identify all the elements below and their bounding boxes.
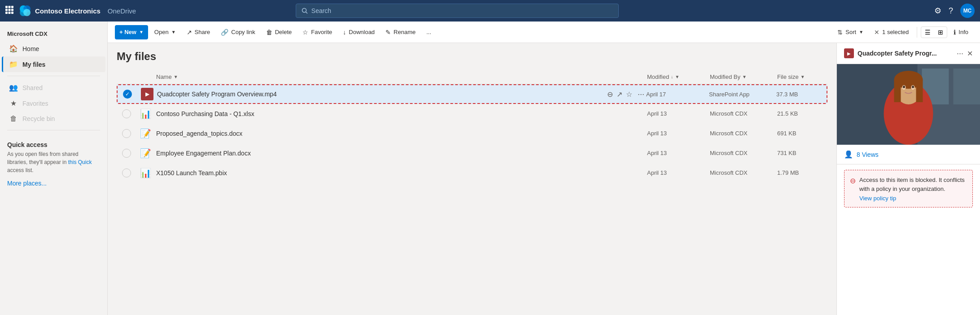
svg-rect-4 — [9, 9, 11, 11]
info-panel-more-button[interactable]: ··· — [957, 49, 963, 58]
list-view-button[interactable]: ☰ — [921, 27, 934, 38]
favorite-button[interactable]: ☆ Favorite — [298, 25, 337, 39]
svg-line-14 — [306, 12, 307, 14]
file-row-3[interactable]: 📝 Employee Engagement Plan.docx April 13… — [117, 143, 827, 163]
sidebar: Microsoft CDX 🏠 Home 📁 My files 👥 Shared… — [0, 22, 108, 315]
delete-button[interactable]: 🗑 Delete — [262, 25, 297, 39]
svg-rect-23 — [894, 80, 901, 102]
clear-selection-button[interactable]: ✕ — [874, 29, 879, 36]
svg-rect-7 — [9, 12, 11, 14]
file-name-3: Employee Engagement Plan.docx — [156, 150, 647, 157]
sidebar-item-favorites-label: Favorites — [22, 100, 48, 107]
svg-rect-6 — [5, 12, 8, 14]
new-button[interactable]: + New ▼ — [115, 25, 148, 39]
favorites-icon: ★ — [9, 99, 18, 108]
file-by-3: Microsoft CDX — [710, 150, 777, 156]
check-empty-1 — [122, 109, 131, 118]
video-badge-0: ▶ — [141, 88, 153, 100]
check-3[interactable] — [122, 149, 140, 158]
more-places-link[interactable]: More places... — [0, 178, 107, 189]
svg-rect-5 — [11, 9, 13, 11]
file-date-0: April 17 — [646, 91, 709, 98]
file-table-header: Name ▼ Modified ↓ ▼ Modified By ▼ File s… — [117, 70, 827, 84]
settings-icon[interactable]: ⚙ — [934, 6, 941, 16]
copylink-button[interactable]: 🔗 Copy link — [216, 25, 259, 39]
share-button[interactable]: ↗ Share — [182, 25, 215, 39]
file-row-0[interactable]: ✓ ▶ Quadcopter Safety Program Overview.m… — [117, 84, 827, 104]
share-icon-0[interactable]: ↗ — [617, 90, 622, 99]
toolbar-separator — [917, 27, 917, 38]
view-policy-tip-link[interactable]: View policy tip — [859, 195, 967, 202]
help-icon[interactable]: ? — [949, 6, 953, 16]
share-icon: ↗ — [187, 29, 192, 36]
open-button[interactable]: Open ▼ — [150, 25, 180, 39]
file-name-col-3: Employee Engagement Plan.docx — [156, 150, 647, 157]
delete-button-label: Delete — [275, 29, 292, 35]
svg-rect-2 — [11, 6, 13, 8]
info-panel-close-button[interactable]: ✕ — [967, 49, 973, 58]
col-modified-header[interactable]: Modified ↓ ▼ — [647, 73, 710, 80]
open-button-label: Open — [154, 29, 169, 35]
open-chevron-icon: ▼ — [171, 30, 176, 35]
sidebar-item-recyclebin[interactable]: 🗑 Recycle bin — [2, 111, 105, 126]
search-icon — [302, 8, 308, 14]
svg-point-27 — [903, 86, 905, 88]
check-empty-4 — [122, 168, 131, 177]
sidebar-item-myfiles-label: My files — [22, 61, 45, 68]
col-size-header[interactable]: File size ▼ — [777, 73, 822, 80]
file-more-0[interactable]: ··· — [636, 90, 646, 99]
file-size-4: 1.79 MB — [777, 169, 822, 176]
top-nav: Contoso Electronics OneDrive ⚙ ? MC — [0, 0, 980, 22]
col-name-label: Name — [156, 73, 172, 80]
size-chevron-icon: ▼ — [801, 74, 805, 79]
views-section: 👤 8 Views — [837, 145, 980, 164]
waffle-icon[interactable] — [5, 6, 13, 16]
sidebar-item-favorites[interactable]: ★ Favorites — [2, 95, 105, 111]
content-area: + New ▼ Open ▼ ↗ Share 🔗 Copy link 🗑 Del… — [108, 22, 980, 315]
check-0[interactable]: ✓ — [123, 90, 141, 99]
app-name: OneDrive — [108, 7, 136, 15]
svg-rect-18 — [954, 69, 980, 104]
info-button[interactable]: ℹ Info — [949, 25, 973, 39]
sidebar-item-home[interactable]: 🏠 Home — [2, 41, 105, 56]
file-name-1: Contoso Purchasing Data - Q1.xlsx — [156, 110, 647, 117]
more-button[interactable]: ... — [422, 25, 436, 39]
info-thumbnail — [837, 64, 980, 145]
rename-icon: ✎ — [385, 29, 391, 36]
rename-button-label: Rename — [394, 29, 416, 35]
star-icon-0[interactable]: ☆ — [626, 90, 632, 99]
download-button[interactable]: ↓ Download — [338, 25, 379, 39]
grid-view-button[interactable]: ⊞ — [934, 27, 947, 38]
search-input[interactable] — [311, 7, 613, 14]
check-2[interactable] — [122, 129, 140, 138]
check-1[interactable] — [122, 109, 140, 118]
col-name-header[interactable]: Name ▼ — [156, 73, 647, 80]
remove-icon-0[interactable]: ⊖ — [607, 90, 613, 99]
col-size-label: File size — [777, 73, 799, 80]
file-row-2[interactable]: 📝 Proposed_agenda_topics.docx April 13 M… — [117, 124, 827, 143]
col-modifiedby-header[interactable]: Modified By ▼ — [710, 73, 777, 80]
file-icon-2: 📝 — [140, 128, 156, 139]
file-row-4[interactable]: 📊 X1050 Launch Team.pbix April 13 Micros… — [117, 163, 827, 183]
file-name-4: X1050 Launch Team.pbix — [156, 169, 647, 177]
sidebar-item-myfiles[interactable]: 📁 My files — [2, 56, 105, 72]
rename-button[interactable]: ✎ Rename — [381, 25, 420, 39]
quick-access-link[interactable]: this Quick — [68, 159, 92, 165]
info-panel: ▶ Quadcopter Safety Progr... ··· ✕ — [836, 43, 980, 315]
sidebar-brand: Microsoft CDX — [0, 25, 107, 41]
check-4[interactable] — [122, 168, 140, 177]
file-by-4: Microsoft CDX — [710, 169, 777, 176]
svg-rect-3 — [5, 9, 8, 11]
sidebar-item-shared[interactable]: 👥 Shared — [2, 80, 105, 95]
check-empty-2 — [122, 129, 131, 138]
page-title: My files — [117, 50, 827, 63]
file-row-1[interactable]: 📊 Contoso Purchasing Data - Q1.xlsx Apri… — [117, 104, 827, 124]
sort-button[interactable]: ⇅ Sort ▼ — [833, 25, 868, 39]
search-box[interactable] — [296, 4, 619, 18]
file-name-col-4: X1050 Launch Team.pbix — [156, 169, 647, 177]
avatar[interactable]: MC — [960, 4, 975, 18]
file-size-1: 21.5 KB — [777, 110, 822, 117]
access-blocked-content: Access to this item is blocked. It confl… — [859, 176, 967, 202]
new-button-label: + New — [119, 29, 136, 35]
sort-icon: ⇅ — [837, 29, 843, 36]
